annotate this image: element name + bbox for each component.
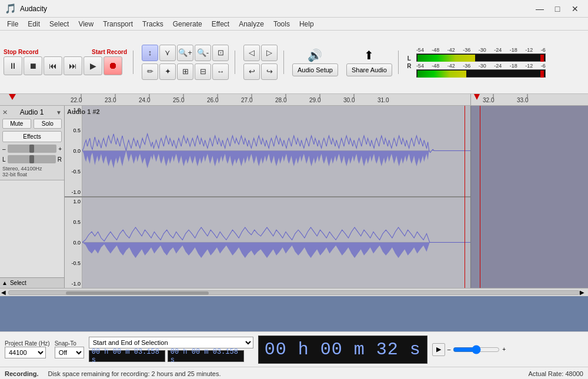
share-audio-button[interactable]: Share Audio [346,63,392,76]
skip-back-button[interactable]: ⏮ [44,56,62,75]
pb-play-button[interactable]: ▶ [432,343,445,356]
separator2 [235,51,235,74]
separator4 [398,51,399,74]
track-info2: 32-bit float [2,172,62,177]
multi-tool-button[interactable]: ✦ [159,63,176,80]
svg-text:24.0: 24.0 [139,97,151,103]
menu-tracks[interactable]: Tracks [138,19,168,29]
svg-text:31.0: 31.0 [377,97,389,103]
silence-button[interactable]: ▷ [261,45,278,61]
menu-select[interactable]: Select [45,19,74,29]
menu-tools[interactable]: Tools [269,19,295,29]
audio-setup-button[interactable]: Audio Setup [292,63,338,76]
maximize-button[interactable]: □ [549,3,566,15]
pan-row: L R [2,155,62,163]
trim-button[interactable]: ◁ [243,45,260,61]
svg-marker-19 [474,94,480,100]
envelope-tool-button[interactable]: ⋎ [159,45,176,61]
snap-to-select[interactable]: Off [55,347,84,358]
menubar: File Edit Select View Transport Tracks G… [0,18,588,31]
selection-tool-button[interactable]: ↕ [142,45,158,61]
draw-tool-button[interactable]: ✏ [142,63,158,80]
vu-meters: -54-48-42-36-30-24-18-12-6 -54-48-42-36-… [416,47,546,78]
right-ruler: 32.0 33.0 [470,94,588,105]
track-select-button[interactable]: ▲ Select [0,277,64,288]
undo-button[interactable]: ↩ [243,63,260,80]
scroll-right-button[interactable]: ▶ [580,289,587,296]
zoom-sel-button[interactable]: ⊞ [177,63,193,80]
r-pan-label: R [58,156,62,163]
snap-to-group: Snap-To Off [55,340,84,358]
pause-button[interactable]: ⏸ [4,56,22,75]
transport-buttons: ⏸ ⏹ ⏮ ⏭ ▶ ⏺ [4,56,127,75]
recording-status: Recording. [5,370,38,377]
mute-button[interactable]: Mute [2,119,31,129]
menu-view[interactable]: View [74,19,98,29]
scroll-left-button[interactable]: ◀ [1,289,8,296]
menu-edit[interactable]: Edit [23,19,45,29]
track-arrow-btn[interactable]: ▼ [56,109,62,116]
menu-generate[interactable]: Generate [168,19,207,29]
track-details: Stereo, 44100Hz 32-bit float [2,166,62,177]
play-button[interactable]: ▶ [83,56,102,75]
close-button[interactable]: ✕ [567,3,583,15]
start-record-label: Start Record [92,49,127,55]
svg-text:23.0: 23.0 [105,97,116,103]
zoom-fit-button[interactable]: ⊡ [212,45,229,61]
solo-button[interactable]: Solo [34,119,62,129]
l-pan-label: L [2,156,6,163]
waveform-svg-2 [82,197,470,288]
track-panel: ✕ Audio 1 ▼ Mute Solo Effects – + L [0,106,65,288]
timeline-ruler: 22.0 23.0 24.0 25.0 26.0 27.0 28.0 29.0 … [0,94,588,106]
separator1 [133,51,133,74]
r-label: R [407,63,411,69]
main-body: ✕ Audio 1 ▼ Mute Solo Effects – + L [0,106,588,288]
channel2: 1.0 0.5 0.0 -0.5 -1.0 [65,197,470,288]
scroll-thumb[interactable] [66,291,209,295]
vu-scale-top: -54-48-42-36-30-24-18-12-6 [416,47,546,53]
scroll-track [8,290,580,295]
app-title: Audacity [20,5,532,13]
volume-slider[interactable] [8,145,57,153]
menu-analyze[interactable]: Analyze [234,19,269,29]
project-rate-group: Project Rate (Hz) 44100 [5,340,50,358]
zoom-out-button[interactable]: 🔍- [195,45,211,61]
right-playhead [480,106,480,288]
zoom-full-button[interactable]: ⊟ [195,63,211,80]
bottom-blue-panel [0,296,588,331]
record-button[interactable]: ⏺ [103,56,122,75]
track-close-btn[interactable]: ✕ [2,109,8,116]
timeshift-tool-button[interactable]: ↔ [212,63,229,80]
speed-slider[interactable] [453,345,500,354]
vu-meter-l[interactable] [416,53,546,62]
pan-slider[interactable] [8,155,56,163]
status-bar: Project Rate (Hz) 44100 Snap-To Off Star… [0,331,588,367]
project-rate-select[interactable]: 44100 [5,347,46,358]
channel1: 1.0 0.5 0.0 -0.5 -1.0 [65,106,470,197]
selection-mode-select[interactable]: Start and End of Selection [89,337,253,348]
track-title: Audio 1 [20,108,44,116]
right-panel [470,106,588,288]
redo-button[interactable]: ↪ [261,63,278,80]
separator3 [283,51,284,74]
svg-text:33.0: 33.0 [517,97,529,103]
selection-start-display: 00 h 00 m 03.158 s [89,350,165,362]
channel-label: Audio 1 #2 [67,108,100,115]
menu-effect[interactable]: Effect [207,19,234,29]
stop-record-label: Stop Record [4,49,38,55]
menu-help[interactable]: Help [295,19,319,29]
menu-file[interactable]: File [2,19,23,29]
menu-transport[interactable]: Transport [98,19,138,29]
stop-button[interactable]: ⏹ [24,56,42,75]
share-audio-icon: ⬆ [364,48,374,62]
transport-group: Stop Record Start Record ⏸ ⏹ ⏮ ⏭ ▶ ⏺ [4,49,127,75]
zoom-in-button[interactable]: 🔍+ [177,45,193,61]
window-controls: — □ ✕ [532,3,583,15]
svg-text:30.0: 30.0 [343,97,355,103]
playhead-line [465,106,465,288]
effects-button[interactable]: Effects [2,131,62,142]
svg-text:22.0: 22.0 [71,97,82,103]
vu-meter-r[interactable] [416,69,546,78]
play-back-button[interactable]: ⏭ [64,56,82,75]
minimize-button[interactable]: — [532,3,548,15]
